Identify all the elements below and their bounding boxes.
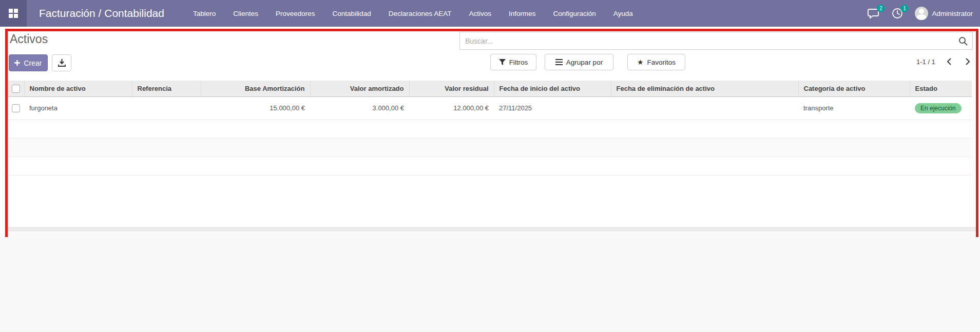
menu-proveedores[interactable]: Proveedores: [276, 10, 315, 17]
cell-base-amortizacion: 15.000,00 €: [201, 96, 310, 120]
table-end-strip: [8, 227, 976, 231]
favorites-button[interactable]: ★ Favoritos: [627, 54, 685, 70]
highlighted-content-region: Activos Crear Filtros: [5, 29, 978, 237]
messages-count-badge: 2: [877, 5, 885, 12]
create-button-label: Crear: [24, 59, 42, 67]
menu-informes[interactable]: Informes: [509, 10, 536, 17]
pagination-range: 1-1 / 1: [916, 58, 935, 66]
empty-filler-row: [8, 138, 972, 157]
page-title: Activos: [10, 32, 48, 46]
menu-ayuda[interactable]: Ayuda: [613, 10, 633, 17]
pager-previous-button[interactable]: [945, 57, 954, 66]
menu-declaraciones-aeat[interactable]: Declaraciones AEAT: [389, 10, 452, 17]
export-button[interactable]: [52, 54, 71, 71]
empty-filler-row: [8, 157, 972, 175]
menu-contabilidad[interactable]: Contabilidad: [333, 10, 371, 17]
pagination: 1-1 / 1: [916, 57, 972, 66]
menu-tablero[interactable]: Tablero: [193, 10, 216, 17]
header-base-amortizacion[interactable]: Base Amortización: [201, 81, 310, 96]
cell-fecha-inicio: 27/11/2025: [494, 96, 611, 120]
create-button[interactable]: Crear: [9, 54, 48, 71]
assets-table: Nombre de activo Referencia Base Amortiz…: [8, 81, 972, 175]
filters-button[interactable]: Filtros: [490, 54, 536, 70]
header-fecha-inicio[interactable]: Fecha de inicio del activo: [494, 81, 611, 96]
menu-activos[interactable]: Activos: [469, 10, 491, 17]
group-by-lines-icon: [555, 59, 563, 65]
menu-configuracion[interactable]: Configuración: [553, 10, 596, 17]
row-checkbox[interactable]: [12, 104, 20, 112]
cell-nombre: furgoneta: [24, 96, 132, 120]
user-menu[interactable]: Administrator: [915, 7, 973, 20]
table-row[interactable]: furgoneta 15.000,00 € 3.000,00 € 12.000,…: [8, 96, 972, 120]
search-input[interactable]: [460, 37, 954, 45]
cell-fecha-eliminacion: [611, 96, 798, 120]
empty-filler-row: [8, 120, 972, 138]
avatar: [915, 7, 928, 20]
apps-menu-button[interactable]: [0, 0, 27, 27]
cell-categoria: transporte: [798, 96, 910, 120]
search-button[interactable]: [954, 32, 972, 49]
search-icon: [958, 36, 968, 46]
chevron-left-icon: [947, 58, 952, 65]
main-menu: Tablero Clientes Proveedores Contabilida…: [193, 10, 633, 17]
chevron-right-icon: [965, 58, 970, 65]
header-categoria[interactable]: Categoría de activo: [798, 81, 910, 96]
cell-valor-amortizado: 3.000,00 €: [310, 96, 409, 120]
filters-button-label: Filtros: [509, 58, 528, 66]
star-icon: ★: [637, 58, 644, 66]
menu-clientes[interactable]: Clientes: [233, 10, 258, 17]
header-estado[interactable]: Estado: [910, 81, 972, 96]
select-all-checkbox[interactable]: [12, 85, 20, 93]
header-fecha-eliminacion[interactable]: Fecha de eliminación de activo: [611, 81, 798, 96]
header-referencia[interactable]: Referencia: [132, 81, 201, 96]
header-nombre-de-activo[interactable]: Nombre de activo: [24, 81, 132, 96]
pager-next-button[interactable]: [963, 57, 972, 66]
search-box: [459, 32, 973, 50]
status-badge: En ejecución: [915, 103, 962, 113]
favorites-button-label: Favoritos: [647, 58, 676, 66]
select-all-header-cell: [8, 81, 24, 96]
assets-list-view: Nombre de activo Referencia Base Amortiz…: [8, 81, 972, 175]
row-select-cell: [8, 96, 24, 120]
filter-funnel-icon: [499, 59, 506, 65]
top-navbar: Facturación / Contabilidad Tablero Clien…: [0, 0, 980, 27]
messages-button[interactable]: 2: [868, 7, 881, 19]
group-by-button-label: Agrupar por: [566, 58, 603, 66]
plus-icon: [14, 60, 20, 66]
navbar-right: 2 1 Administrator: [868, 7, 980, 20]
table-header-row: Nombre de activo Referencia Base Amortiz…: [8, 81, 972, 96]
header-valor-amortizado[interactable]: Valor amortizado: [310, 81, 409, 96]
header-valor-residual[interactable]: Valor residual: [409, 81, 494, 96]
download-icon: [58, 59, 66, 67]
group-by-button[interactable]: Agrupar por: [545, 54, 613, 70]
cell-valor-residual: 12.000,00 €: [409, 96, 494, 120]
cell-estado: En ejecución: [910, 96, 972, 120]
page-background: [0, 237, 980, 332]
activities-count-badge: 1: [900, 5, 908, 12]
app-title: Facturación / Contabilidad: [39, 7, 164, 19]
activities-button[interactable]: 1: [891, 7, 905, 19]
user-name: Administrator: [932, 10, 973, 17]
cell-referencia: [132, 96, 201, 120]
apps-grid-icon: [9, 9, 18, 18]
